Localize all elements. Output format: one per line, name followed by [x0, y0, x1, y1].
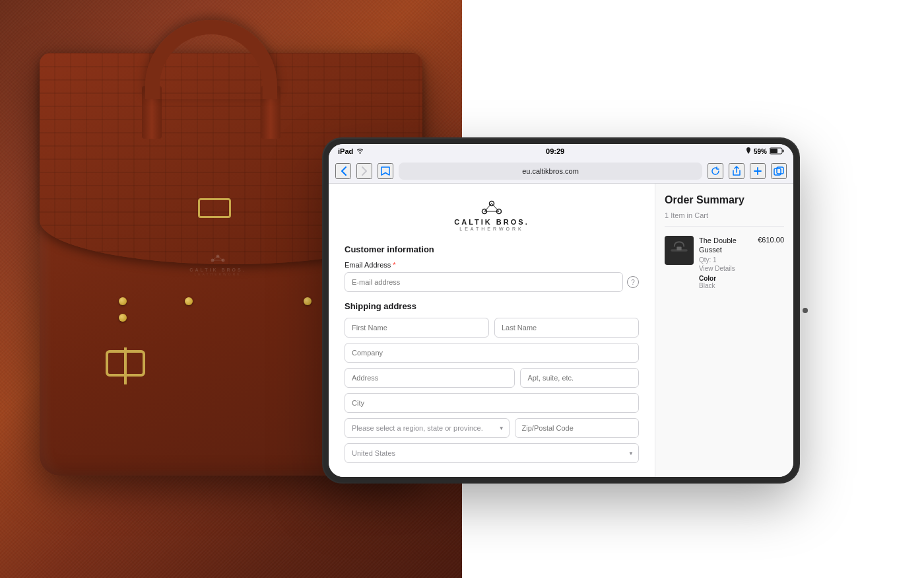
- safari-nav-bar: eu.caltikbros.com: [329, 159, 793, 184]
- svg-line-16: [484, 203, 492, 211]
- checkout-panel: CALTIK BROS. LEATHERWORK Customer inform…: [329, 184, 655, 477]
- apt-input[interactable]: [520, 368, 639, 388]
- forward-button[interactable]: [356, 163, 372, 179]
- ipad-screen: iPad 09:29 59%: [329, 144, 793, 477]
- country-select[interactable]: United States: [345, 443, 639, 463]
- last-name-input[interactable]: [494, 318, 639, 338]
- email-input-row: ?: [345, 272, 639, 292]
- color-label: Color: [699, 275, 752, 282]
- email-group: Email Address * ?: [345, 261, 639, 292]
- status-bar-left: iPad: [338, 147, 364, 155]
- reload-button[interactable]: [708, 163, 723, 179]
- store-logo: CALTIK BROS. LEATHERWORK: [345, 197, 639, 231]
- shipping-section-title: Shipping address: [345, 301, 639, 311]
- country-group: United States ▼: [345, 443, 639, 463]
- battery-percent: 59%: [754, 148, 767, 155]
- svg-rect-7: [782, 149, 783, 152]
- company-input[interactable]: [345, 343, 639, 363]
- shipping-section: Shipping address: [345, 301, 639, 463]
- company-group: [345, 343, 639, 363]
- ipad-device: iPad 09:29 59%: [323, 139, 799, 482]
- item-thumbnail: [665, 236, 694, 265]
- share-button[interactable]: [729, 163, 744, 179]
- status-bar-right: 59%: [746, 147, 784, 156]
- customer-info-section: Customer information Email Address * ?: [345, 244, 639, 292]
- status-bar: iPad 09:29 59%: [329, 144, 793, 159]
- region-select-wrapper: Please select a region, state or provinc…: [345, 418, 510, 438]
- rivet: [119, 297, 127, 305]
- bookmarks-button[interactable]: [378, 163, 393, 179]
- region-select[interactable]: Please select a region, state or provinc…: [345, 418, 510, 438]
- rivet: [119, 314, 127, 322]
- ipad-home-button: [803, 308, 808, 313]
- name-row: [345, 318, 639, 338]
- url-text: eu.caltikbros.com: [522, 167, 579, 175]
- battery-icon: [770, 147, 784, 156]
- city-input[interactable]: [345, 393, 639, 413]
- tabs-button[interactable]: [771, 163, 787, 179]
- store-brand-name: CALTIK BROS.: [454, 218, 529, 226]
- order-summary-panel: Order Summary 1 Item in Cart T: [655, 184, 793, 477]
- order-item: The Double Gusset Qty: 1 View Details Co…: [665, 236, 784, 289]
- view-details-link[interactable]: View Details: [699, 265, 752, 272]
- country-select-wrapper: United States ▼: [345, 443, 639, 463]
- status-time: 09:29: [546, 147, 564, 155]
- bag-handle: [145, 20, 277, 99]
- first-name-input[interactable]: [345, 318, 489, 338]
- address-input[interactable]: [345, 368, 515, 388]
- zip-input[interactable]: [515, 418, 639, 438]
- browser-content: CALTIK BROS. LEATHERWORK Customer inform…: [329, 184, 793, 477]
- svg-line-4: [218, 256, 223, 260]
- url-bar[interactable]: eu.caltikbros.com: [399, 163, 702, 180]
- region-zip-row: Please select a region, state or provinc…: [345, 418, 639, 438]
- rivet: [185, 297, 193, 305]
- help-icon[interactable]: ?: [627, 276, 639, 288]
- customer-section-title: Customer information: [345, 244, 639, 254]
- item-qty: Qty: 1: [699, 256, 752, 264]
- svg-line-3: [213, 256, 218, 260]
- required-indicator: *: [393, 261, 395, 269]
- new-tab-button[interactable]: [750, 163, 766, 179]
- bag-brand-logo: CALTIK BROS. LEATHERWORK: [185, 251, 251, 291]
- bag-clasp: [198, 198, 231, 218]
- rivet: [304, 297, 312, 305]
- back-button[interactable]: [335, 163, 351, 179]
- order-item-count: 1 Item in Cart: [665, 211, 784, 227]
- city-group: [345, 393, 639, 413]
- buckle: [106, 350, 145, 377]
- color-value: Black: [699, 282, 752, 289]
- address-row: [345, 368, 639, 388]
- device-label: iPad: [338, 147, 353, 155]
- wifi-icon: [356, 147, 364, 155]
- location-icon: [746, 147, 751, 155]
- email-input[interactable]: [345, 272, 623, 292]
- svg-line-17: [492, 203, 499, 211]
- email-label: Email Address *: [345, 261, 639, 269]
- store-brand-sub: LEATHERWORK: [459, 227, 523, 231]
- svg-rect-8: [770, 149, 777, 153]
- svg-rect-21: [676, 247, 681, 250]
- item-name: The Double Gusset: [699, 236, 752, 255]
- order-summary-title: Order Summary: [665, 194, 784, 206]
- item-price: €610.00: [758, 236, 784, 289]
- item-details: The Double Gusset Qty: 1 View Details Co…: [699, 236, 752, 289]
